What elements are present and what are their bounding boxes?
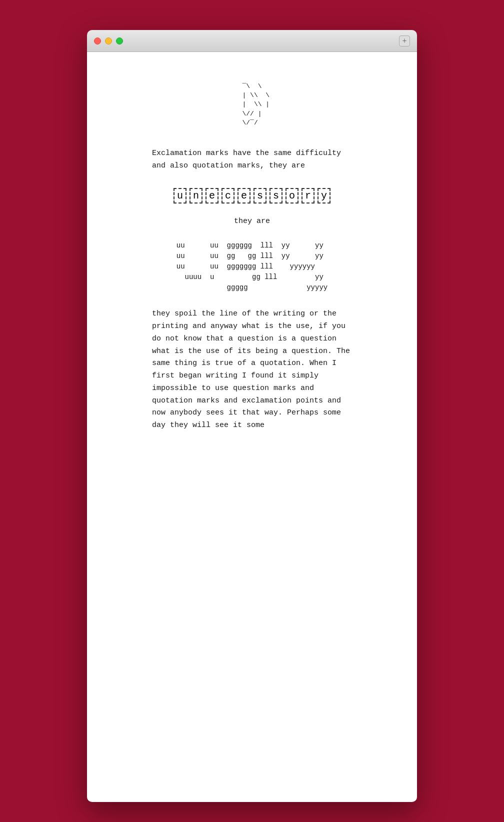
- letter-y: y: [318, 188, 330, 204]
- letter-u: u: [174, 188, 186, 204]
- letter-n: n: [190, 188, 202, 204]
- browser-titlebar: +: [87, 30, 417, 52]
- maximize-button[interactable]: [116, 38, 123, 44]
- close-button[interactable]: [94, 38, 101, 44]
- traffic-lights: [94, 38, 123, 44]
- ascii-pencil-art: ‾\ \ | \\ \ | \\ | \// | \/‾/: [152, 82, 352, 128]
- browser-window: + ‾\ \ | \\ \ | \\ | \// | \/‾/ Exclamat…: [87, 30, 417, 802]
- letter-o: o: [286, 188, 298, 204]
- letter-s2: s: [270, 188, 282, 204]
- ugly-art-pre: uu uu gggggg lll yy yy uu uu gg gg lll y…: [176, 240, 328, 293]
- they-are-label: they are: [152, 217, 352, 226]
- letter-c: c: [222, 188, 234, 204]
- new-tab-button[interactable]: +: [399, 36, 410, 46]
- letter-e2: e: [238, 188, 250, 204]
- letter-e1: e: [206, 188, 218, 204]
- intro-paragraph: Exclamation marks have the same difficul…: [152, 148, 352, 172]
- minimize-button[interactable]: [105, 38, 112, 44]
- letter-r: r: [302, 188, 314, 204]
- pencil-ascii: ‾\ \ | \\ \ | \\ | \// | \/‾/: [234, 82, 270, 128]
- letter-s1: s: [254, 188, 266, 204]
- ugly-word-art: uu uu gggggg lll yy yy uu uu gg gg lll y…: [152, 240, 352, 293]
- unnecessary-word-art: u n e c e s s o r y: [152, 187, 352, 204]
- body-paragraph: they spoil the line of the writing or th…: [152, 308, 352, 432]
- browser-content: ‾\ \ | \\ \ | \\ | \// | \/‾/ Exclamatio…: [87, 52, 417, 802]
